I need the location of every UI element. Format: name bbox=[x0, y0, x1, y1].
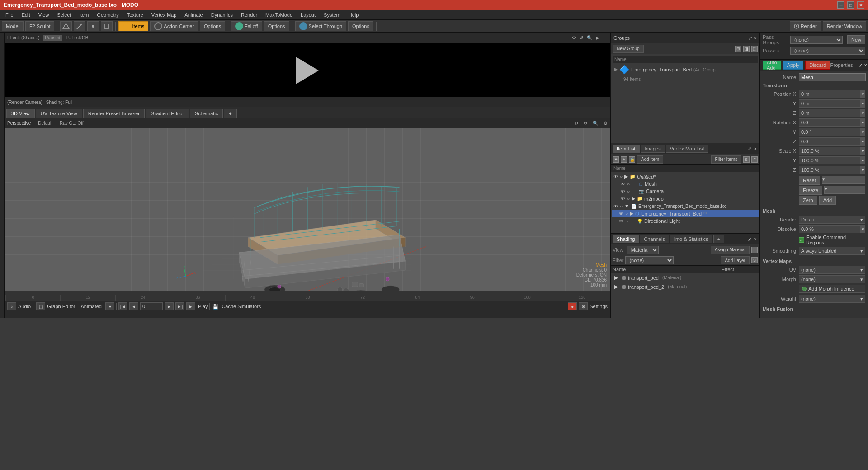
add-layer-btn[interactable]: Add Layer bbox=[721, 256, 750, 264]
freeze-btn[interactable]: Freeze bbox=[799, 186, 822, 195]
il-icon-lock[interactable]: 🔒 bbox=[629, 156, 635, 163]
vp-icon-3[interactable]: 🔍 bbox=[593, 121, 598, 126]
eye-icon-6[interactable]: 👁 bbox=[619, 211, 623, 216]
lock-icon-5[interactable]: ○ bbox=[620, 204, 623, 209]
material-row-2[interactable]: ▶ transport_bed_2 (Material) bbox=[611, 282, 760, 291]
prop-expand-icon[interactable]: ⤢ bbox=[859, 62, 863, 68]
render-dropdown[interactable]: Default ▾ bbox=[799, 216, 865, 224]
collapse-icon[interactable] bbox=[614, 68, 618, 71]
item-expand-3[interactable]: ▼ bbox=[624, 203, 629, 209]
pos-y-arrow[interactable]: ▾ bbox=[861, 99, 865, 108]
add-btn[interactable]: Add bbox=[819, 196, 836, 205]
audio-btn[interactable]: ♪ bbox=[7, 302, 16, 310]
viewport-icon-5[interactable]: ⋯ bbox=[603, 35, 608, 40]
vp-icon-4[interactable]: ⚙ bbox=[604, 121, 608, 126]
pass-groups-dropdown[interactable]: (none) bbox=[790, 36, 843, 44]
menu-system[interactable]: System bbox=[320, 11, 344, 19]
group-icon-2[interactable]: ◨ bbox=[743, 46, 750, 52]
pos-x-arrow[interactable]: ▾ bbox=[861, 90, 865, 98]
menu-help[interactable]: Help bbox=[345, 11, 363, 19]
select-through-btn[interactable]: Select Through bbox=[295, 21, 346, 31]
vp-icon-2[interactable]: ↺ bbox=[584, 121, 587, 126]
sculpt-btn[interactable]: F2 Sculpt bbox=[25, 21, 54, 31]
group-icon-1[interactable]: ⊞ bbox=[735, 46, 741, 52]
auto-add-btn[interactable]: Auto Add bbox=[763, 61, 781, 70]
tab-uv-texture[interactable]: UV Texture View bbox=[36, 109, 82, 118]
menu-maxtomodo[interactable]: MaxToModo bbox=[262, 11, 296, 19]
apply-btn[interactable]: Apply bbox=[783, 61, 804, 70]
model-btn[interactable]: Model bbox=[2, 21, 24, 31]
il-icon-f[interactable]: F bbox=[751, 156, 758, 163]
menu-file[interactable]: File bbox=[2, 11, 17, 19]
scale-x-arrow[interactable]: ▾ bbox=[861, 147, 865, 155]
falloff-btn[interactable]: Falloff bbox=[231, 21, 262, 31]
name-input[interactable] bbox=[799, 73, 866, 81]
tab-render-preset[interactable]: Render Preset Browser bbox=[83, 109, 145, 118]
passes-dropdown[interactable]: (none) bbox=[790, 47, 865, 55]
tab-add[interactable]: + bbox=[224, 109, 236, 118]
rot-y-value[interactable]: 0.0 ° bbox=[799, 128, 861, 136]
item-expand-2[interactable]: ▶ bbox=[632, 196, 635, 202]
new-group-btn[interactable]: New Group bbox=[613, 45, 644, 53]
lock-icon-2[interactable]: ○ bbox=[627, 182, 630, 187]
item-expand-4[interactable]: ▶ bbox=[630, 211, 633, 216]
rot-x-arrow[interactable]: ▾ bbox=[861, 118, 865, 127]
item-list-content[interactable]: 👁 ○ ▶ 📁 Untitled* 👁 ○ ⬡ Mesh bbox=[611, 172, 760, 233]
assign-f-btn[interactable]: F bbox=[751, 247, 758, 253]
enable-cmd-checkbox[interactable]: ✓ bbox=[799, 237, 804, 243]
tab-vertex-map-list[interactable]: Vertex Map List bbox=[666, 145, 708, 153]
record-btn[interactable]: ● bbox=[568, 302, 577, 310]
add-s-btn[interactable]: S bbox=[751, 257, 758, 263]
assign-material-btn[interactable]: Assign Material bbox=[711, 246, 750, 254]
smoothing-dropdown[interactable]: Always Enabled ▾ bbox=[799, 247, 865, 255]
timeline-bar[interactable]: 0 12 24 36 48 60 72 84 96 108 120 bbox=[5, 291, 610, 301]
tab-shading[interactable]: Shading bbox=[613, 235, 639, 243]
tab-item-list[interactable]: Item List bbox=[613, 145, 640, 153]
tab-shading-add[interactable]: + bbox=[713, 235, 724, 243]
settings-btn[interactable]: ⚙ bbox=[579, 302, 588, 310]
frame-input[interactable]: 0 bbox=[140, 302, 163, 310]
go-start-btn[interactable]: |◄ bbox=[118, 302, 127, 310]
lock-icon-6[interactable]: ○ bbox=[625, 211, 628, 216]
viewport-icon-4[interactable]: ▶ bbox=[596, 35, 599, 40]
lock-icon-7[interactable]: ○ bbox=[625, 219, 628, 224]
items-btn[interactable]: Items bbox=[118, 21, 148, 31]
il-icon-s[interactable]: S bbox=[743, 156, 750, 163]
add-morph-influence-btn[interactable]: Add Morph Influence bbox=[799, 285, 865, 293]
list-item[interactable]: 👁 ○ ▶ ⬡ Emergency_Transport_Bed ⁽¹⁾ bbox=[612, 210, 759, 217]
vert-mode-btn[interactable] bbox=[87, 21, 99, 31]
rot-z-arrow[interactable]: ▾ bbox=[861, 137, 865, 146]
weight-dropdown[interactable]: (none) ▾ bbox=[799, 295, 865, 303]
action-center-btn[interactable]: Action Center bbox=[150, 21, 198, 31]
eye-icon-5[interactable]: 👁 bbox=[613, 204, 618, 209]
uv-dropdown[interactable]: (none) ▾ bbox=[799, 266, 865, 274]
rot-x-value[interactable]: 0.0 ° bbox=[799, 118, 861, 127]
options2-btn[interactable]: Options bbox=[264, 21, 289, 31]
eye-icon-7[interactable]: 👁 bbox=[619, 219, 623, 224]
viewport-icon-3[interactable]: 🔍 bbox=[587, 35, 592, 40]
tab-channels[interactable]: Channels bbox=[640, 235, 669, 243]
item-list-close-icon[interactable]: × bbox=[753, 145, 758, 152]
tab-gradient-editor[interactable]: Gradient Editor bbox=[146, 109, 189, 118]
viewport-canvas[interactable]: X Y Z Mesh Channels: 0 Deformers: ON GL:… bbox=[5, 128, 610, 291]
menu-render[interactable]: Render bbox=[237, 11, 261, 19]
poly-mode-btn[interactable] bbox=[60, 21, 72, 31]
close-panel-icon[interactable]: × bbox=[754, 35, 757, 41]
menu-geometry[interactable]: Geometry bbox=[93, 11, 122, 19]
shading-expand-icon[interactable]: ⤢ bbox=[746, 235, 752, 243]
scale-y-arrow[interactable]: ▾ bbox=[861, 156, 865, 164]
expand-mat-1[interactable]: ▶ bbox=[614, 275, 618, 281]
menu-item[interactable]: Item bbox=[75, 11, 92, 19]
reset-dropdown[interactable]: ▾ bbox=[822, 176, 865, 184]
il-icon-eye[interactable]: 👁 bbox=[613, 156, 619, 163]
menu-select[interactable]: Select bbox=[53, 11, 75, 19]
shading-close-icon[interactable]: × bbox=[753, 235, 758, 243]
dissolve-arrow[interactable]: ▾ bbox=[861, 225, 865, 233]
filter-items-btn[interactable]: Filter Items bbox=[711, 155, 741, 164]
menu-edit[interactable]: Edit bbox=[18, 11, 34, 19]
material-row-1[interactable]: ▶ transport_bed (Material) bbox=[611, 273, 760, 282]
prev-frame-btn[interactable]: ◄ bbox=[129, 302, 138, 310]
eye-icon-4[interactable]: 👁 bbox=[621, 196, 625, 201]
group-icon-3[interactable]: ⬚ bbox=[751, 46, 758, 52]
close-btn[interactable]: ✕ bbox=[857, 1, 864, 9]
